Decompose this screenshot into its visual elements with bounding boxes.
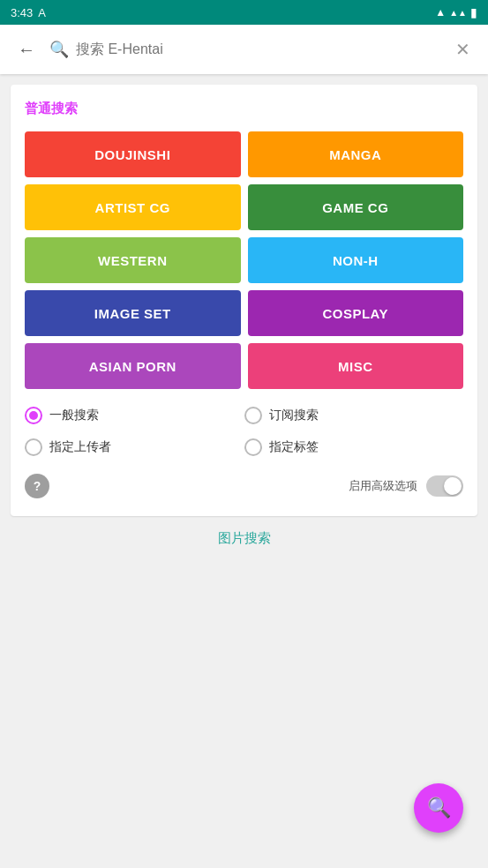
bottom-row: ? 启用高级选项 [25,474,463,498]
cat-btn-cosplay[interactable]: COSPLAY [248,290,464,336]
image-search-link[interactable]: 图片搜索 [0,530,488,547]
radio-circle-uploader [25,438,42,456]
signal-icon: ▲▲ [449,8,467,18]
section-title: 普通搜索 [25,101,463,117]
cat-btn-nonh[interactable]: NON-H [248,237,464,283]
cat-btn-doujinshi[interactable]: DOUJINSHI [25,131,241,177]
radio-section: 一般搜索订阅搜索指定上传者指定标签 [25,407,463,456]
status-bar: 3:43 A ▲ ▲▲ ▮ [0,0,488,25]
battery-icon: ▮ [470,5,477,19]
search-fab-icon: 🔍 [427,797,451,819]
clear-button[interactable]: ✕ [448,32,477,67]
radio-label-tag: 指定标签 [269,439,319,455]
advanced-toggle-switch[interactable] [426,475,463,497]
status-time: 3:43 [11,6,33,19]
radio-label-general: 一般搜索 [49,408,99,423]
cat-btn-manga[interactable]: MANGA [248,131,464,177]
search-input[interactable] [76,41,441,57]
cat-btn-gamecg[interactable]: GAME CG [248,184,464,230]
radio-circle-general [25,407,42,424]
radio-item-general[interactable]: 一般搜索 [25,407,244,424]
search-bar: ← 🔍 ✕ [0,25,488,74]
toggle-row: 启用高级选项 [349,475,463,497]
radio-item-tag[interactable]: 指定标签 [244,438,464,456]
cat-btn-asianporn[interactable]: ASIAN PORN [25,343,241,389]
radio-circle-tag [244,438,262,456]
main-card: 普通搜索 DOUJINSHIMANGAARTIST CGGAME CGWESTE… [11,85,477,516]
back-icon: ← [18,40,35,59]
cat-btn-imageset[interactable]: IMAGE SET [25,290,241,336]
radio-item-subscribe[interactable]: 订阅搜索 [244,407,464,424]
search-fab-button[interactable]: 🔍 [414,783,463,833]
close-icon: ✕ [455,40,470,59]
cat-btn-artistcg[interactable]: ARTIST CG [25,184,241,230]
category-grid: DOUJINSHIMANGAARTIST CGGAME CGWESTERNNON… [25,131,463,389]
cat-btn-misc[interactable]: MISC [248,343,464,389]
radio-label-uploader: 指定上传者 [49,439,111,455]
back-button[interactable]: ← [11,33,42,67]
help-icon[interactable]: ? [25,474,49,498]
radio-circle-subscribe [244,407,262,424]
alarm-icon: A [38,6,46,19]
cat-btn-western[interactable]: WESTERN [25,237,241,283]
wifi-icon: ▲ [435,6,446,19]
radio-label-subscribe: 订阅搜索 [269,408,319,423]
advanced-toggle-label: 启用高级选项 [349,478,417,494]
radio-item-uploader[interactable]: 指定上传者 [25,438,244,456]
search-icon: 🔍 [49,40,69,59]
